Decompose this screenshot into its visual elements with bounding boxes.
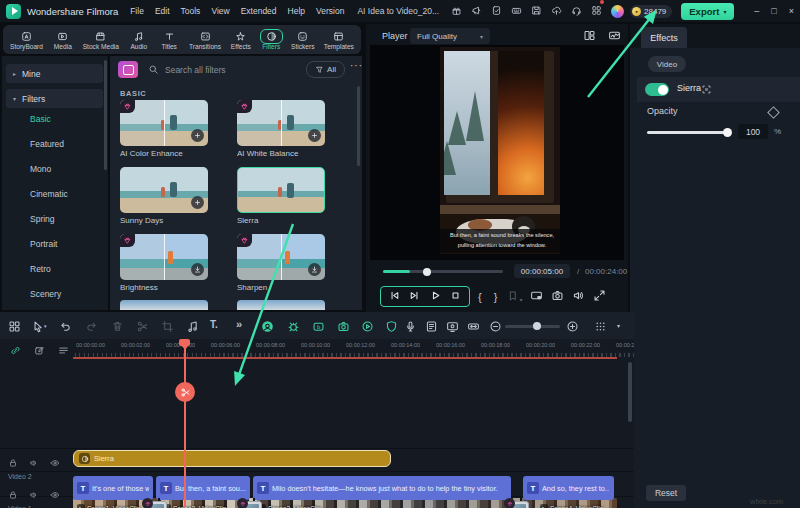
transition-badge-3[interactable] [507, 501, 529, 508]
track-lock-button[interactable] [8, 486, 18, 504]
current-timecode[interactable]: 00:00:05:00 [514, 264, 570, 278]
preview-canvas[interactable]: But then, a faint sound breaks the silen… [370, 45, 624, 260]
add-filter-button[interactable] [191, 196, 204, 209]
stop-button[interactable] [449, 288, 462, 306]
layout-grid-icon[interactable] [583, 29, 596, 42]
filter-clip-sierra[interactable]: Sierra [73, 450, 391, 467]
ai-smart-cutout-button[interactable] [287, 319, 300, 337]
menu-extended[interactable]: Extended [241, 6, 277, 16]
add-filter-button[interactable] [308, 129, 321, 142]
quality-dropdown[interactable]: Full Quality ▾ [410, 28, 490, 44]
sidebar-item-cinematic[interactable]: Cinematic [30, 189, 68, 199]
menu-view[interactable]: View [211, 6, 229, 16]
keyboard-button[interactable] [511, 2, 522, 20]
track-lock-button[interactable] [8, 454, 18, 472]
tab-effects[interactable]: Effects [228, 29, 253, 51]
menu-file[interactable]: File [130, 6, 144, 16]
more-options-button[interactable]: ··· [350, 60, 362, 71]
delete-button[interactable] [111, 319, 124, 337]
sidebar-item-featured[interactable]: Featured [30, 139, 64, 149]
export-button[interactable]: Export ▾ [681, 3, 734, 20]
download-filter-button[interactable] [191, 263, 204, 276]
ai-broll-button[interactable]: b [312, 319, 325, 337]
timeline-zoom-knob[interactable] [533, 322, 541, 330]
coin-balance[interactable]: ✦ 28479 [630, 5, 672, 18]
crop-button[interactable] [161, 319, 174, 337]
text-clip-1[interactable]: TIt's one of those win... [73, 476, 153, 500]
sidebar-group-mine[interactable]: ▸Mine [6, 64, 103, 83]
text-clip-4[interactable]: TAnd so, they rest to.. [523, 476, 614, 500]
volume-button[interactable] [572, 288, 585, 306]
cut-scissors-badge[interactable] [175, 382, 195, 402]
minimize-button[interactable]: – [754, 6, 759, 16]
sidebar-item-basic[interactable]: Basic [30, 114, 51, 124]
opacity-slider[interactable] [647, 131, 728, 134]
track-speaker-button[interactable] [29, 486, 39, 504]
filter-card-sierra[interactable]: Sierra [237, 167, 325, 225]
marker-button[interactable]: ▾ [507, 288, 522, 306]
opacity-value-field[interactable]: 100 [738, 124, 768, 139]
tab-storyboard[interactable]: StoryBoard [8, 29, 45, 51]
mirror-display-button[interactable] [530, 288, 543, 306]
voiceover-button[interactable] [404, 319, 417, 337]
filter-card-ai-white-balance[interactable]: AI White Balance [237, 100, 325, 158]
menu-tools[interactable]: Tools [181, 6, 201, 16]
fullscreen-button[interactable] [593, 288, 606, 306]
tab-transitions[interactable]: Transitions [187, 29, 223, 51]
playhead-line[interactable] [184, 339, 186, 507]
sidebar-item-portrait[interactable]: Portrait [30, 239, 57, 249]
sidebar-item-retro[interactable]: Retro [30, 264, 51, 274]
download-filter-button[interactable] [308, 263, 321, 276]
giftbox-button[interactable] [451, 2, 462, 20]
tab-templates[interactable]: Templates [322, 29, 356, 51]
auto-ripple-button[interactable] [467, 319, 480, 337]
sidebar-group-filters[interactable]: ▾Filters [6, 89, 103, 108]
tab-stickers[interactable]: Stickers [289, 29, 316, 51]
text-clip-3[interactable]: TMilo doesn't hesitate—he knows just wha… [253, 476, 511, 500]
close-button[interactable]: × [789, 6, 794, 16]
tab-titles[interactable]: Titles [157, 29, 182, 51]
panel-layout-button[interactable] [8, 319, 21, 337]
play-button[interactable] [429, 288, 442, 306]
sidebar-item-spring[interactable]: Spring [30, 214, 55, 224]
megaphone-button[interactable] [471, 2, 482, 20]
beat-detection-button[interactable] [186, 319, 199, 337]
ai-protect-button[interactable] [385, 319, 398, 337]
effect-enable-toggle[interactable] [645, 83, 669, 96]
filter-card-ai-color-enhance[interactable]: AI Color Enhance [120, 100, 208, 158]
category-pill-video[interactable]: Video [648, 56, 686, 72]
select-tool-button[interactable] [31, 319, 44, 337]
timeline-ruler[interactable]: 00:00:00:0000:00:02:0000:00:04:0000:00:0… [72, 339, 634, 357]
save-button[interactable] [531, 2, 542, 20]
filter-card-sunny-days[interactable]: Sunny Days [120, 167, 208, 225]
filters-brand-icon[interactable] [118, 61, 138, 78]
screen-record-button[interactable] [446, 319, 459, 337]
transition-badge-1[interactable] [145, 501, 167, 508]
sidebar-item-mono[interactable]: Mono [30, 164, 51, 174]
track-eye-button[interactable] [50, 454, 60, 472]
cloud-upload-button[interactable] [551, 2, 562, 20]
redo-button[interactable] [85, 319, 98, 337]
menu-help[interactable]: Help [288, 6, 305, 16]
filter-card-brightness[interactable]: Brightness [120, 234, 208, 292]
filter-card-partial[interactable] [120, 300, 208, 310]
transition-badge-2[interactable] [240, 501, 262, 508]
mark-out-button[interactable]: } [494, 291, 498, 303]
opacity-slider-knob[interactable] [723, 128, 732, 137]
track-manager-caret[interactable]: ▾ [617, 322, 620, 329]
add-filter-button[interactable] [191, 129, 204, 142]
tab-media[interactable]: Media [50, 29, 75, 51]
tasklist-button[interactable] [491, 2, 502, 20]
undo-button[interactable] [59, 319, 72, 337]
apps-button[interactable] [591, 2, 602, 20]
audio-notes-button[interactable] [425, 319, 438, 337]
tab-filters[interactable]: Filters [259, 29, 284, 51]
reset-button[interactable]: Reset [646, 485, 686, 501]
tab-stock-media[interactable]: Stock Media [81, 29, 121, 51]
menu-version[interactable]: Version [316, 6, 344, 16]
sidebar-item-scenery[interactable]: Scenery [30, 289, 61, 299]
track-manager-button[interactable] [594, 319, 607, 337]
filters-scrollbar[interactable] [357, 86, 360, 166]
filter-card-sharpen[interactable]: Sharpen [237, 234, 325, 292]
search-input[interactable] [163, 61, 285, 79]
